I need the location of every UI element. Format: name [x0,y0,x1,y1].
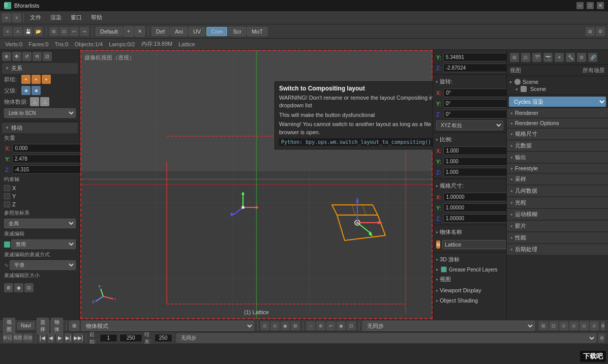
objdata-icon-1[interactable]: △ [30,97,39,106]
menu-render[interactable]: 渲染 [46,13,66,22]
rotation-header[interactable]: ▸ 旋转: [433,76,506,87]
rot-x-field[interactable] [443,88,506,97]
postproc-header[interactable]: ▸ 后期处理 [507,244,608,255]
renderer-dropdown[interactable]: Cycles 渲染 [509,97,606,107]
motionblur-header[interactable]: ▸ 运动模糊 [507,209,608,220]
rdi-6[interactable]: ⊙ [590,321,599,330]
decay-enabled-checkbox[interactable] [4,241,10,248]
renderer-opts-header[interactable]: ▸ Renderer Options [507,118,608,128]
renderer-header[interactable]: ▸ Renderer ··· [507,108,608,117]
lbi-1[interactable]: ⊞ [4,283,13,292]
tool-icon-a[interactable]: ↔ [306,321,315,330]
tb2-right-1[interactable]: ⊞ [586,27,595,36]
rdi-2[interactable]: ⊡ [549,321,558,330]
dim-z-field[interactable] [443,214,506,223]
tb2-icon-5[interactable]: ↩ [70,27,79,36]
right-icon-8[interactable]: 🔗 [588,53,597,62]
current-frame-input[interactable] [119,334,142,342]
tab-def[interactable]: Def [151,27,169,36]
rdi-3[interactable]: ⊙ [559,321,568,330]
freestyle-header[interactable]: ▸ Freestyle [507,164,608,173]
y-pos-field[interactable] [443,53,506,62]
vpdisplay-header[interactable]: ▸ Viewport Display [433,285,506,295]
transform-gizmo[interactable] [228,192,258,224]
view-btn[interactable]: 视图 [3,318,15,334]
tool-icon-4[interactable]: ⟲ [33,52,42,61]
tab-com[interactable]: Com [206,27,227,36]
output-header[interactable]: ▸ 输出 [507,152,608,163]
lbi-3[interactable]: ⊡ [24,283,34,292]
layout-close[interactable]: ✕ [135,26,145,37]
move-header[interactable]: ▼ 移动 [2,123,78,133]
scale-z-field[interactable] [443,168,506,176]
lattice-object[interactable] [322,195,393,262]
dimensions-header[interactable]: ▸ 规格尺寸: [433,180,506,192]
right-icon-2[interactable]: ⊡ [521,53,530,62]
start-frame-input[interactable] [100,334,117,342]
obj-name-field[interactable] [442,240,506,249]
menu-icon-1[interactable]: ≡ [2,13,11,22]
scale-header[interactable]: ▸ 比例: [433,134,506,145]
tab-ani[interactable]: Ani [170,27,188,36]
size-header[interactable]: ▸ 规格尺寸 [507,129,608,139]
maximize-button[interactable]: □ [587,2,594,9]
end-frame-input[interactable] [155,334,172,342]
menu-window[interactable]: 窗口 [67,13,86,22]
tb2-icon-1[interactable]: ≡ [3,27,12,36]
view-header[interactable]: ▸ 视图 [433,274,506,285]
group-icon-3[interactable]: ● [42,75,51,84]
sync-dropdown[interactable]: 无同步 [176,333,597,343]
perf-header[interactable]: ▸ 性能 [507,232,608,243]
tool-icon-5[interactable]: ⊡ [43,52,52,61]
right-icon-5[interactable]: ☀ [555,53,564,62]
parent-icon-2[interactable]: ◆ [32,86,41,95]
tool-icon-b[interactable]: ⊕ [316,321,325,330]
rdi-1[interactable]: ⊞ [539,321,548,330]
move-z-field[interactable] [12,165,80,174]
right-icon-1[interactable]: ⊞ [510,53,519,62]
jump-end-btn[interactable]: ▶▶| [74,333,83,343]
cursor3d-header[interactable]: ▸ 3D 游标 [433,254,506,265]
ref-dropdown-bottom[interactable]: 无同步 [362,321,535,331]
euler-dropdown[interactable]: XYZ 欧拉 [436,120,503,130]
bb-settings[interactable]: ⚙ [601,321,605,330]
move-y-field[interactable] [12,155,80,163]
tool-icon-1[interactable]: ⊕ [2,52,11,61]
tb2-save[interactable]: 💾 [23,27,33,36]
decay-method-dropdown[interactable]: 平滑 [10,260,76,270]
move-x-field[interactable] [12,144,80,153]
minimize-button[interactable]: ─ [576,2,584,9]
mode-icon[interactable]: ⊞ [69,321,79,331]
tab-uv[interactable]: UV [189,27,205,36]
navi-btn[interactable]: Navi [17,322,35,329]
pb-settings[interactable]: ⚙ [598,333,605,343]
rot-y-field[interactable] [443,99,506,108]
axis-x-checkbox[interactable] [4,185,10,191]
right-icon-6[interactable]: 🔧 [566,53,575,62]
ref-coords-dropdown[interactable]: 全局 [4,219,76,228]
group-icon-2[interactable]: ● [32,75,41,84]
tab-mot[interactable]: MoT [247,27,267,36]
tool-icon-2[interactable]: ✥ [12,52,21,61]
tab-scr[interactable]: Scr [228,27,246,36]
grease-pencil-checkbox[interactable] [441,266,447,272]
rdi-4[interactable]: ⊙ [569,321,579,330]
metadata-header[interactable]: ▸ 元数据 [507,140,608,151]
objdata-icon-2[interactable]: △ [40,97,49,106]
playback-setting[interactable]: 回放 [23,333,33,343]
select-btn[interactable]: 选择 [37,318,49,334]
disp-icon-4[interactable]: ⊞ [291,321,300,330]
tb2-icon-2[interactable]: ≡ [13,27,22,36]
parent-icon-1[interactable]: ◆ [21,86,31,95]
play-btn[interactable]: ▶ [56,333,63,343]
sampling-header[interactable]: ▸ 采样 [507,174,608,185]
lightpath-header[interactable]: ▸ 光程 [507,197,608,208]
object-btn[interactable]: 物体 [51,318,63,334]
scale-y-field[interactable] [443,157,506,166]
disp-icon-3[interactable]: ◉ [281,321,290,330]
tb2-right-2[interactable]: ⚙ [596,27,605,36]
rdi-5[interactable]: ⊙ [580,321,589,330]
tool-icon-c[interactable]: ↩ [326,321,336,330]
film-header[interactable]: ▸ 胶片 [507,221,608,231]
lbi-2[interactable]: ◉ [14,283,23,292]
